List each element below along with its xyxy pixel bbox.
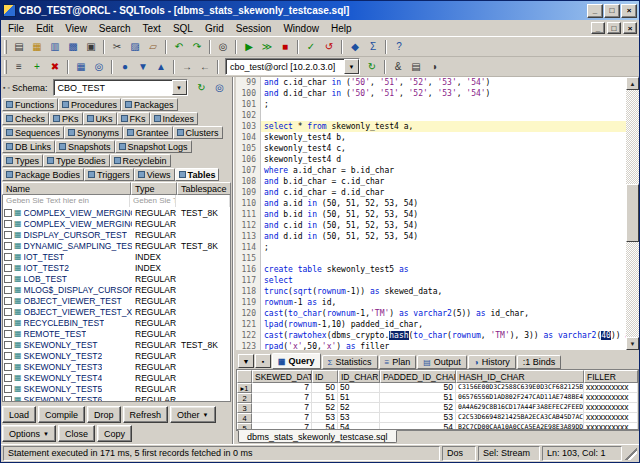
save-icon[interactable]: ▥ — [46, 39, 64, 55]
drop-button[interactable]: Drop — [87, 406, 121, 423]
connection-combo-arrow-icon[interactable]: ▼ — [344, 59, 359, 74]
tab-procedures[interactable]: Procedures — [58, 98, 121, 111]
reconnect-icon[interactable]: ↻ — [363, 59, 381, 75]
grid-cell[interactable]: xxxxxxxxxx — [584, 403, 638, 413]
object-viewer-icon[interactable]: ▦ — [72, 59, 90, 75]
result-tab-history[interactable]: ◑History — [468, 355, 516, 369]
editor-line[interactable]: 119rownum-1 as id, — [236, 297, 626, 308]
checkbox-icon[interactable] — [4, 297, 12, 305]
column-header-type[interactable]: Type — [131, 182, 177, 195]
table-row[interactable]: ▦OBJECT_VIEWER_TESTREGULAR — [3, 295, 230, 306]
name-filter-input[interactable]: Geben Sie Text hier ein — [3, 195, 130, 207]
scrollbar-track[interactable] — [626, 90, 639, 337]
editor-line[interactable]: 112and c.id in (50, 51, 52, 53, 54) — [236, 220, 626, 231]
checkbox-icon[interactable] — [4, 341, 12, 349]
tab-triggers[interactable]: Triggers — [84, 168, 134, 181]
menu-item-edit[interactable]: Edit — [30, 22, 59, 35]
options-button[interactable]: Options▼ — [2, 425, 56, 442]
grid-column-header-padded-id-char[interactable]: PADDED_ID_CHAR — [380, 370, 456, 383]
table-row[interactable]: ▦SKEWONLY_TESTREGULARTEST_8K — [3, 339, 230, 350]
checkbox-icon[interactable] — [4, 385, 12, 393]
compile-button[interactable]: Compile — [38, 406, 85, 423]
grid-pin-icon[interactable]: ▪ — [255, 354, 271, 368]
menu-item-text[interactable]: Text — [137, 22, 167, 35]
editor-line[interactable]: 105skewonly_test4 c, — [236, 143, 626, 154]
minimize-button[interactable]: _ — [587, 4, 603, 18]
load-button[interactable]: Load — [2, 406, 36, 423]
toolbar-grip[interactable] — [4, 40, 7, 54]
grid-row-header[interactable]: ▸1 — [237, 383, 252, 393]
checkbox-icon[interactable] — [4, 374, 12, 382]
editor-line[interactable]: 121lpad(rownum-1,10) padded_id_char, — [236, 319, 626, 330]
grid-cell[interactable]: 50 — [338, 383, 380, 393]
indent-icon[interactable]: → — [178, 59, 196, 75]
title-bar[interactable]: CBO_TEST@ORCL - SQLTools - [dbms_stats_s… — [1, 1, 639, 20]
scrollbar-thumb[interactable] — [626, 184, 639, 242]
mdi-minimize-button[interactable]: _ — [591, 22, 605, 34]
grid-column-header-id-char[interactable]: ID_CHAR — [338, 370, 380, 383]
tab-packages[interactable]: Packages — [121, 98, 178, 111]
checkbox-icon[interactable] — [4, 319, 12, 327]
close-connection-icon[interactable]: ✖ — [46, 59, 64, 75]
editor-line[interactable]: 118trunc(sqrt(rownum-1)) as skewed_data, — [236, 286, 626, 297]
tab-type-bodies[interactable]: Type Bodies — [43, 154, 110, 167]
grid-cell[interactable]: 7 — [252, 383, 312, 393]
editor-line[interactable]: 111and b.id in (50, 51, 52, 53, 54) — [236, 209, 626, 220]
editor-line[interactable]: 100and d.id_char in ('50', '51', '52', '… — [236, 88, 626, 99]
print-icon[interactable]: ▣ — [82, 39, 100, 55]
table-row[interactable]: ▦DISPLAY_CURSOR_TESTREGULAR — [3, 229, 230, 240]
checkbox-icon[interactable] — [4, 209, 12, 217]
tab-clusters[interactable]: Clusters — [173, 126, 223, 139]
copy-button[interactable]: Copy — [97, 425, 132, 442]
editor-line[interactable]: 110and a.id in (50, 51, 52, 53, 54) — [236, 198, 626, 209]
grid-cell[interactable]: 52 — [380, 403, 456, 413]
mdi-restore-button[interactable]: □ — [607, 22, 621, 34]
table-row[interactable]: ▦SKEWONLY_TEST5REGULAR — [3, 383, 230, 394]
grid-row[interactable]: ▸17505050C3156E00D3C2588C639E0D3CF682125… — [237, 383, 638, 393]
grid-row[interactable]: 47535353C2C53D6694821425BA2ECA3CAB45D7AC… — [237, 413, 638, 423]
editor-line[interactable]: 108and b.id_char = c.id_char — [236, 176, 626, 187]
table-row[interactable]: ▦REMOTE_TESTREGULAR — [3, 328, 230, 339]
copy-icon[interactable]: ▨ — [126, 39, 144, 55]
menu-item-sql[interactable]: SQL — [167, 22, 199, 35]
redo-icon[interactable]: ↷ — [188, 39, 206, 55]
grid-cell[interactable]: 54 — [312, 423, 338, 430]
object-filter-icon[interactable]: ◎ — [211, 80, 229, 96]
schema-combo-arrow-icon[interactable]: ▼ — [172, 80, 187, 95]
tab-fks[interactable]: FKs — [117, 112, 150, 125]
type-filter-input[interactable]: Geben Sie Text hier ein — [130, 195, 176, 207]
checkbox-icon[interactable] — [4, 363, 12, 371]
grid-row-header[interactable]: 4 — [237, 413, 252, 423]
menu-item-grid[interactable]: Grid — [199, 22, 230, 35]
grid-cell[interactable]: B2C7CD00CAA10A0CCA5EA2E98E3A89DD6D423077 — [456, 423, 584, 430]
editor-line[interactable]: 103select * from skewonly_test4 a, — [236, 121, 626, 132]
result-tab-query[interactable]: ▦Query — [272, 353, 321, 369]
table-row[interactable]: ▦OBJECT_VIEWER_TEST_XREGULAR — [3, 306, 230, 317]
grid-cell[interactable]: 51 — [312, 393, 338, 403]
grid-cell[interactable]: xxxxxxxxxx — [584, 423, 638, 430]
tab-views[interactable]: Views — [134, 168, 175, 181]
editor-line[interactable]: 115 — [236, 253, 626, 264]
table-row[interactable]: ▦SKEWONLY_TEST4REGULAR — [3, 372, 230, 383]
find-icon[interactable]: ◎ — [214, 39, 232, 55]
table-row[interactable]: ▦IOT_TEST2INDEX — [3, 262, 230, 273]
grid-cell[interactable]: 54 — [338, 423, 380, 430]
tab-functions[interactable]: Functions — [2, 98, 58, 111]
scroll-down-icon[interactable]: ▼ — [626, 337, 639, 350]
undo-icon[interactable]: ↶ — [170, 39, 188, 55]
restore-button[interactable]: □ — [604, 4, 620, 18]
grid-cell[interactable]: 51 — [380, 393, 456, 403]
table-row[interactable]: ▦SKEWONLY_TEST3REGULAR — [3, 361, 230, 372]
table-row[interactable]: ▦SKEWONLY_TEST6REGULAR — [3, 394, 230, 402]
editor-line[interactable]: 101; — [236, 99, 626, 110]
grid-row[interactable]: 2751515106576556D1AD802F247CAD11AE748BE4… — [237, 393, 638, 403]
grid-cell[interactable]: xxxxxxxxxx — [584, 413, 638, 423]
explain-plan-icon[interactable]: ◆ — [346, 39, 364, 55]
menu-item-view[interactable]: View — [59, 22, 93, 35]
editor-line[interactable]: 113and d.id in (50, 51, 52, 53, 54) — [236, 231, 626, 242]
checkbox-icon[interactable] — [4, 275, 12, 283]
other-button[interactable]: Other▼ — [170, 406, 215, 423]
statistics-icon[interactable]: Σ — [364, 39, 382, 55]
tab-grantee[interactable]: Grantee — [123, 126, 173, 139]
grid-cell[interactable]: 54 — [380, 423, 456, 430]
